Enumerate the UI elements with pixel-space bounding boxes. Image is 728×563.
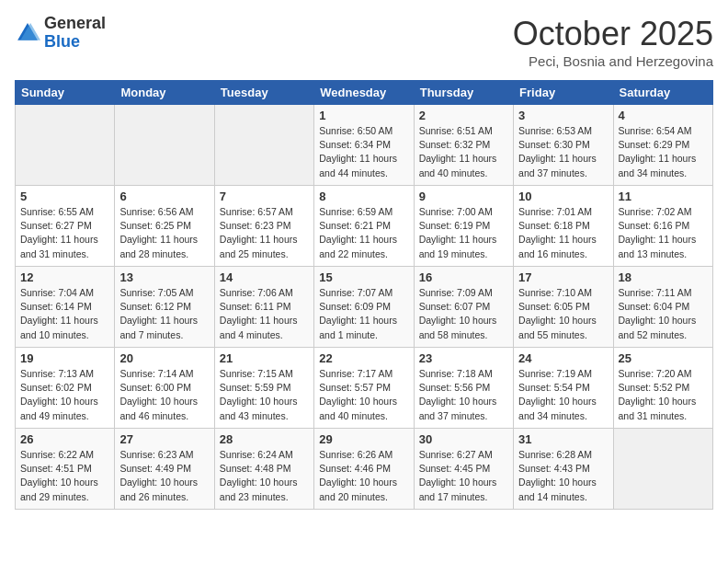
weekday-header-thursday: Thursday bbox=[414, 81, 513, 105]
week-row-3: 19Sunrise: 7:13 AM Sunset: 6:02 PM Dayli… bbox=[16, 348, 713, 429]
calendar-cell: 4Sunrise: 6:54 AM Sunset: 6:29 PM Daylig… bbox=[613, 105, 712, 186]
calendar-cell: 14Sunrise: 7:06 AM Sunset: 6:11 PM Dayli… bbox=[214, 267, 313, 348]
day-info: Sunrise: 6:55 AM Sunset: 6:27 PM Dayligh… bbox=[20, 205, 109, 261]
day-number: 18 bbox=[619, 270, 708, 284]
location: Peci, Bosnia and Herzegovina bbox=[513, 53, 713, 69]
calendar-cell: 6Sunrise: 6:56 AM Sunset: 6:25 PM Daylig… bbox=[115, 186, 214, 267]
calendar-cell: 11Sunrise: 7:02 AM Sunset: 6:16 PM Dayli… bbox=[613, 186, 712, 267]
calendar-cell: 23Sunrise: 7:18 AM Sunset: 5:56 PM Dayli… bbox=[414, 348, 513, 429]
calendar-cell: 28Sunrise: 6:24 AM Sunset: 4:48 PM Dayli… bbox=[214, 429, 313, 510]
day-number: 19 bbox=[20, 351, 109, 365]
calendar-cell bbox=[613, 429, 712, 510]
calendar-cell: 18Sunrise: 7:11 AM Sunset: 6:04 PM Dayli… bbox=[613, 267, 712, 348]
day-info: Sunrise: 6:24 AM Sunset: 4:48 PM Dayligh… bbox=[220, 448, 309, 504]
day-info: Sunrise: 6:22 AM Sunset: 4:51 PM Dayligh… bbox=[20, 448, 109, 504]
day-number: 27 bbox=[119, 432, 209, 446]
day-number: 10 bbox=[518, 190, 608, 203]
calendar-cell: 27Sunrise: 6:23 AM Sunset: 4:49 PM Dayli… bbox=[115, 429, 214, 510]
day-number: 12 bbox=[20, 270, 109, 284]
day-info: Sunrise: 6:57 AM Sunset: 6:23 PM Dayligh… bbox=[220, 205, 309, 261]
day-info: Sunrise: 7:13 AM Sunset: 6:02 PM Dayligh… bbox=[20, 367, 109, 423]
calendar-cell: 29Sunrise: 6:26 AM Sunset: 4:46 PM Dayli… bbox=[314, 429, 414, 510]
day-number: 7 bbox=[220, 190, 309, 203]
day-info: Sunrise: 7:14 AM Sunset: 6:00 PM Dayligh… bbox=[119, 367, 209, 423]
weekday-header-friday: Friday bbox=[514, 81, 613, 105]
weekday-header-sunday: Sunday bbox=[16, 81, 115, 105]
day-number: 22 bbox=[319, 351, 408, 365]
calendar-cell: 12Sunrise: 7:04 AM Sunset: 6:14 PM Dayli… bbox=[16, 267, 115, 348]
calendar-cell: 24Sunrise: 7:19 AM Sunset: 5:54 PM Dayli… bbox=[514, 348, 613, 429]
day-number: 28 bbox=[220, 432, 309, 446]
calendar-cell: 9Sunrise: 7:00 AM Sunset: 6:19 PM Daylig… bbox=[414, 186, 513, 267]
day-number: 24 bbox=[518, 351, 608, 365]
day-info: Sunrise: 7:11 AM Sunset: 6:04 PM Dayligh… bbox=[619, 286, 708, 342]
day-number: 14 bbox=[220, 270, 309, 284]
day-info: Sunrise: 7:07 AM Sunset: 6:09 PM Dayligh… bbox=[319, 286, 408, 342]
calendar-cell: 7Sunrise: 6:57 AM Sunset: 6:23 PM Daylig… bbox=[214, 186, 313, 267]
day-info: Sunrise: 7:17 AM Sunset: 5:57 PM Dayligh… bbox=[319, 367, 408, 423]
day-number: 13 bbox=[119, 270, 209, 284]
day-number: 26 bbox=[20, 432, 109, 446]
day-info: Sunrise: 7:01 AM Sunset: 6:18 PM Dayligh… bbox=[518, 205, 608, 261]
day-info: Sunrise: 7:19 AM Sunset: 5:54 PM Dayligh… bbox=[518, 367, 608, 423]
calendar-cell bbox=[115, 105, 214, 186]
day-info: Sunrise: 7:00 AM Sunset: 6:19 PM Dayligh… bbox=[419, 205, 508, 261]
calendar-cell: 10Sunrise: 7:01 AM Sunset: 6:18 PM Dayli… bbox=[514, 186, 613, 267]
calendar-cell: 5Sunrise: 6:55 AM Sunset: 6:27 PM Daylig… bbox=[16, 186, 115, 267]
calendar-cell: 30Sunrise: 6:27 AM Sunset: 4:45 PM Dayli… bbox=[414, 429, 513, 510]
calendar-cell: 26Sunrise: 6:22 AM Sunset: 4:51 PM Dayli… bbox=[16, 429, 115, 510]
day-info: Sunrise: 6:50 AM Sunset: 6:34 PM Dayligh… bbox=[319, 124, 408, 180]
calendar-cell: 8Sunrise: 6:59 AM Sunset: 6:21 PM Daylig… bbox=[314, 186, 414, 267]
day-info: Sunrise: 7:09 AM Sunset: 6:07 PM Dayligh… bbox=[419, 286, 508, 342]
day-info: Sunrise: 7:05 AM Sunset: 6:12 PM Dayligh… bbox=[119, 286, 209, 342]
calendar-cell: 25Sunrise: 7:20 AM Sunset: 5:52 PM Dayli… bbox=[613, 348, 712, 429]
day-info: Sunrise: 7:15 AM Sunset: 5:59 PM Dayligh… bbox=[220, 367, 309, 423]
weekday-header-wednesday: Wednesday bbox=[314, 81, 414, 105]
week-row-2: 12Sunrise: 7:04 AM Sunset: 6:14 PM Dayli… bbox=[16, 267, 713, 348]
weekday-header-row: SundayMondayTuesdayWednesdayThursdayFrid… bbox=[16, 81, 713, 105]
day-info: Sunrise: 7:04 AM Sunset: 6:14 PM Dayligh… bbox=[20, 286, 109, 342]
day-number: 4 bbox=[619, 109, 708, 122]
calendar-header: SundayMondayTuesdayWednesdayThursdayFrid… bbox=[16, 81, 713, 105]
day-number: 20 bbox=[119, 351, 209, 365]
day-info: Sunrise: 7:18 AM Sunset: 5:56 PM Dayligh… bbox=[419, 367, 508, 423]
calendar-cell: 17Sunrise: 7:10 AM Sunset: 6:05 PM Dayli… bbox=[514, 267, 613, 348]
weekday-header-tuesday: Tuesday bbox=[214, 81, 313, 105]
day-number: 9 bbox=[419, 190, 508, 203]
logo-icon bbox=[15, 20, 40, 46]
day-info: Sunrise: 6:54 AM Sunset: 6:29 PM Dayligh… bbox=[619, 124, 708, 180]
calendar-cell: 20Sunrise: 7:14 AM Sunset: 6:00 PM Dayli… bbox=[115, 348, 214, 429]
day-number: 17 bbox=[518, 270, 608, 284]
calendar-table: SundayMondayTuesdayWednesdayThursdayFrid… bbox=[15, 80, 713, 510]
week-row-1: 5Sunrise: 6:55 AM Sunset: 6:27 PM Daylig… bbox=[16, 186, 713, 267]
calendar-cell: 3Sunrise: 6:53 AM Sunset: 6:30 PM Daylig… bbox=[514, 105, 613, 186]
calendar-cell: 2Sunrise: 6:51 AM Sunset: 6:32 PM Daylig… bbox=[414, 105, 513, 186]
day-info: Sunrise: 6:23 AM Sunset: 4:49 PM Dayligh… bbox=[119, 448, 209, 504]
day-number: 3 bbox=[518, 109, 608, 122]
logo: General Blue bbox=[15, 15, 106, 52]
title-block: October 2025 Peci, Bosnia and Herzegovin… bbox=[513, 15, 713, 69]
calendar-cell: 15Sunrise: 7:07 AM Sunset: 6:09 PM Dayli… bbox=[314, 267, 414, 348]
day-info: Sunrise: 6:59 AM Sunset: 6:21 PM Dayligh… bbox=[319, 205, 408, 261]
day-number: 30 bbox=[419, 432, 508, 446]
day-info: Sunrise: 6:28 AM Sunset: 4:43 PM Dayligh… bbox=[518, 448, 608, 504]
calendar-cell: 21Sunrise: 7:15 AM Sunset: 5:59 PM Dayli… bbox=[214, 348, 313, 429]
day-number: 21 bbox=[220, 351, 309, 365]
day-number: 23 bbox=[419, 351, 508, 365]
day-number: 5 bbox=[20, 190, 109, 203]
day-info: Sunrise: 7:06 AM Sunset: 6:11 PM Dayligh… bbox=[220, 286, 309, 342]
calendar-cell: 1Sunrise: 6:50 AM Sunset: 6:34 PM Daylig… bbox=[314, 105, 414, 186]
page-header: General Blue October 2025 Peci, Bosnia a… bbox=[15, 15, 713, 69]
logo-blue-text: Blue bbox=[44, 33, 106, 52]
day-info: Sunrise: 6:56 AM Sunset: 6:25 PM Dayligh… bbox=[119, 205, 209, 261]
day-info: Sunrise: 6:26 AM Sunset: 4:46 PM Dayligh… bbox=[319, 448, 408, 504]
day-info: Sunrise: 7:02 AM Sunset: 6:16 PM Dayligh… bbox=[619, 205, 708, 261]
calendar-cell: 16Sunrise: 7:09 AM Sunset: 6:07 PM Dayli… bbox=[414, 267, 513, 348]
week-row-4: 26Sunrise: 6:22 AM Sunset: 4:51 PM Dayli… bbox=[16, 429, 713, 510]
day-number: 11 bbox=[619, 190, 708, 203]
calendar-cell: 22Sunrise: 7:17 AM Sunset: 5:57 PM Dayli… bbox=[314, 348, 414, 429]
calendar-body: 1Sunrise: 6:50 AM Sunset: 6:34 PM Daylig… bbox=[16, 105, 713, 510]
day-info: Sunrise: 6:27 AM Sunset: 4:45 PM Dayligh… bbox=[419, 448, 508, 504]
month-title: October 2025 bbox=[513, 15, 713, 53]
day-number: 15 bbox=[319, 270, 408, 284]
